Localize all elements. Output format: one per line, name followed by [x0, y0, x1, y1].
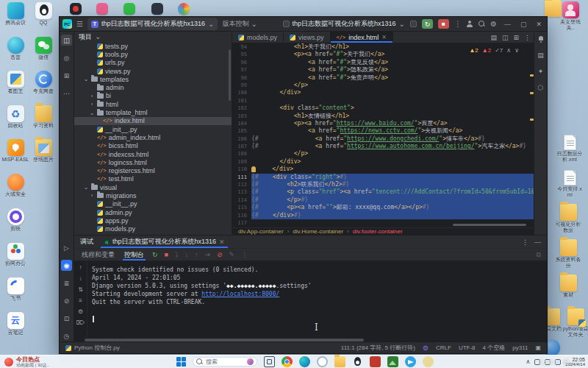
- chrome-taskbar-icon[interactable]: [282, 356, 293, 367]
- code-line-100[interactable]: 100 </div>: [232, 89, 535, 96]
- tree-item-logincss.html[interactable]: </>logincss.html: [74, 158, 232, 166]
- vcs-widget[interactable]: 版本控制 ⌄: [222, 19, 257, 29]
- tab-models.py[interactable]: models.py: [232, 32, 284, 43]
- settings-sync-icon[interactable]: ⚙: [423, 344, 429, 352]
- minimize-button[interactable]: —: [502, 21, 513, 28]
- expand-arrow-icon[interactable]: ⌄: [83, 76, 89, 82]
- edge-taskbar-icon[interactable]: [299, 356, 310, 367]
- encoding-selector[interactable]: UTF-8: [459, 344, 476, 351]
- down-stack-icon[interactable]: ↓: [79, 275, 82, 282]
- code-line-114[interactable]: 114{# </p>#}: [232, 197, 535, 204]
- code-line-112[interactable]: 112{# <h2>联系我们</h2>#}: [232, 181, 535, 188]
- console-settings-icon[interactable]: ⚙: [78, 308, 83, 315]
- split-icon[interactable]: ◫: [502, 34, 509, 41]
- debug-options-icon[interactable]: ⋮: [522, 238, 528, 246]
- console-output[interactable]: System check identified no issues (0 sil…: [87, 261, 547, 337]
- desktop-icon-QQ[interactable]: QQ: [29, 2, 57, 26]
- indent-selector[interactable]: 4 个空格: [483, 344, 506, 352]
- step-out-icon[interactable]: ↑: [195, 251, 198, 258]
- volume-icon[interactable]: [545, 359, 551, 365]
- green-taskbar-icon[interactable]: [387, 356, 398, 367]
- float-panel-icon[interactable]: ⧉: [537, 251, 541, 259]
- expand-arrow-icon[interactable]: ›: [89, 192, 95, 199]
- interpreter-selector[interactable]: py311: [512, 344, 528, 351]
- stop-debug-icon[interactable]: ■: [165, 251, 168, 258]
- tree-item-visual[interactable]: ⌄visual: [74, 183, 232, 191]
- project-scrollbar[interactable]: [229, 49, 231, 101]
- prev-issue-icon[interactable]: ∧: [506, 47, 511, 54]
- desktop-icon-协同办公[interactable]: 协同办公: [1, 243, 29, 266]
- desktop-icon-dark[interactable]: [143, 3, 171, 15]
- desktop-icon-火绒安全[interactable]: 火绒安全: [1, 174, 29, 197]
- desktop-icon-今日安排.xml[interactable]: 今日安排.xml: [556, 170, 584, 198]
- desktop-icon-迅雷[interactable]: 迅雷: [1, 37, 29, 60]
- editor-hscrollbar[interactable]: [453, 224, 526, 226]
- run-tool-icon[interactable]: ▷: [61, 242, 72, 253]
- tree-item-apps.py[interactable]: apps.py: [74, 216, 232, 224]
- tab-views.py[interactable]: views.py: [284, 32, 331, 43]
- ring-taskbar-icon[interactable]: [317, 356, 328, 367]
- readonly-lock-icon[interactable]: ▣: [535, 344, 541, 351]
- code-line-110[interactable]: 110 </div>: [232, 166, 535, 173]
- tree-item-bi[interactable]: ›bi: [74, 92, 232, 100]
- user-profile-icon[interactable]: [467, 21, 473, 27]
- code-line-103[interactable]: 103 <h1>友情链接</h1>: [232, 113, 535, 120]
- code-line-113[interactable]: 113{# <p class="href"><a href="tencent:/…: [232, 188, 535, 196]
- grid-icon[interactable]: ⊞: [513, 34, 519, 41]
- code-line-109[interactable]: 109 </div>: [232, 158, 535, 166]
- desktop-icon-multi[interactable]: [170, 3, 198, 15]
- debug-subtab-控制台[interactable]: 控制台: [123, 249, 146, 261]
- code-line-107[interactable]: 107{# <a href="https://www.autohome.com.…: [232, 143, 535, 150]
- tree-item-__init__.py[interactable]: __init__.py: [74, 200, 232, 208]
- code-line-115[interactable]: 115{# <p><a href="">邮箱: xxxx@qq.com</a><…: [232, 204, 535, 211]
- tree-item-views.py[interactable]: views.py: [74, 67, 232, 75]
- qq-taskbar-icon[interactable]: [352, 356, 363, 367]
- close-tab-icon[interactable]: ✕: [381, 34, 387, 40]
- code-line-116[interactable]: 116{# </div>#}: [232, 212, 535, 219]
- desktop-icon-微信[interactable]: 微信: [29, 37, 57, 60]
- step-over-icon[interactable]: ⤵: [175, 251, 179, 258]
- code-line-105[interactable]: 105 <a href="https://news.cctv.com/">央视新…: [232, 127, 535, 135]
- structure-tool-icon[interactable]: ⊞: [61, 70, 72, 81]
- services-tool-icon[interactable]: ≣: [61, 277, 72, 289]
- news-widget[interactable]: 今日热点 动画新闻 | 30达..: [0, 357, 54, 367]
- step-into-icon[interactable]: ↓: [184, 251, 188, 258]
- desktop-icon-回收站[interactable]: ♻回收站: [1, 105, 29, 129]
- tree-item-html[interactable]: ›html: [74, 100, 232, 108]
- desktop-icon-云笔记[interactable]: 云云笔记: [1, 312, 29, 336]
- code-line-106[interactable]: 106{# <a href="https://www.dongchedi.com…: [232, 135, 535, 143]
- tab-options-icon[interactable]: ⋮: [524, 34, 531, 41]
- database-tool-icon[interactable]: ▤: [537, 52, 544, 59]
- settings-gear-icon[interactable]: ⚙: [490, 21, 497, 28]
- main-menu-icon[interactable]: ☰: [76, 21, 83, 28]
- tree-item-template_html[interactable]: ⌄template_html: [74, 108, 232, 116]
- expand-arrow-icon[interactable]: ›: [89, 93, 95, 99]
- inspections-widget[interactable]: ▲2 ▲2 ✓7 ∧ ∨: [466, 46, 522, 54]
- terminal-tool-icon[interactable]: ⊡: [61, 313, 72, 324]
- ime-icon[interactable]: [555, 359, 561, 365]
- tree-item-index.html[interactable]: </>index.html: [74, 117, 232, 125]
- expand-arrow-icon[interactable]: ⌄: [89, 110, 95, 116]
- expand-arrow-icon[interactable]: ›: [89, 101, 95, 107]
- taskbar-clock[interactable]: 22:05 2024/4/14: [565, 357, 585, 367]
- tree-item-tests.py[interactable]: tests.py: [74, 42, 232, 50]
- project-tool-icon[interactable]: ◫: [61, 35, 72, 46]
- layout-icon[interactable]: ▤: [490, 34, 497, 41]
- tree-item-__init__.py[interactable]: __init__.py: [74, 125, 232, 133]
- run-config-selector[interactable]: thp日志数据可视化分析系统hx1316 ⌄: [283, 19, 405, 29]
- breadcrumb-item[interactable]: div.Home-container: [293, 228, 343, 235]
- debug-session-tab[interactable]: dj thp日志数据可视化分析系统hx1316 ✕: [101, 236, 228, 248]
- taskbar-search[interactable]: 搜索: [193, 357, 257, 367]
- scroll-end-icon[interactable]: ≡: [79, 297, 82, 304]
- stop-button[interactable]: ■: [438, 19, 449, 29]
- clear-console-icon[interactable]: ⌦: [76, 319, 85, 326]
- rerun-debug-icon[interactable]: ↻: [152, 251, 158, 258]
- desktop-icon-green[interactable]: [115, 3, 143, 15]
- desktop-icon-可视化分析数据[interactable]: 可视化分析数据: [554, 204, 582, 233]
- desktop-icon-系统资料备份[interactable]: 系统资料备份: [554, 239, 582, 269]
- mute-breakpoints-icon[interactable]: ⊘: [217, 251, 223, 258]
- history-tool-icon[interactable]: ◷: [61, 330, 72, 342]
- caret-position[interactable]: 111:1 (284 字符, 5 行断行符): [341, 344, 415, 352]
- breadcrumb-item[interactable]: div.footer-container: [353, 228, 403, 235]
- intention-bulb-icon[interactable]: [251, 166, 256, 172]
